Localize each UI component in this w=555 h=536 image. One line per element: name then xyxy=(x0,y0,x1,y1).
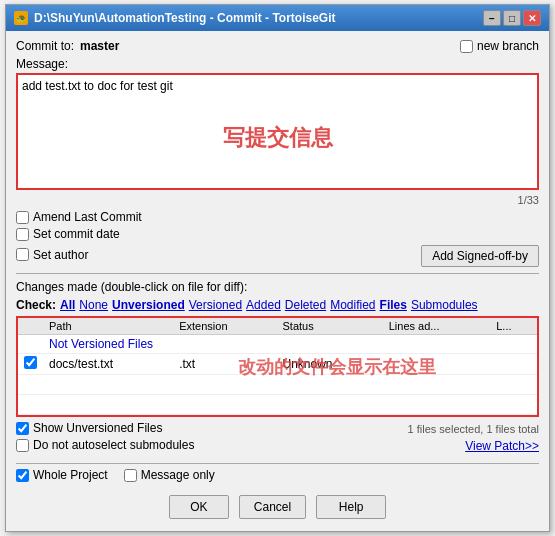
commit-to-label: Commit to: xyxy=(16,39,74,53)
file-table-wrapper: Path Extension Status Lines ad... L... N… xyxy=(16,316,539,417)
divider-1 xyxy=(16,273,539,274)
new-branch-section: new branch xyxy=(460,39,539,53)
check-label: Check: xyxy=(16,298,56,312)
content-area: Commit to: master new branch Message: ad… xyxy=(6,31,549,531)
message-only-label: Message only xyxy=(141,468,215,482)
commit-to-value: master xyxy=(80,39,119,53)
filter-submodules[interactable]: Submodules xyxy=(411,298,478,312)
filter-modified[interactable]: Modified xyxy=(330,298,375,312)
status-view-section: 1 files selected, 1 files total View Pat… xyxy=(408,423,539,457)
set-commit-date-label: Set commit date xyxy=(33,227,120,241)
set-author-row: Set author xyxy=(16,248,88,262)
table-header-row: Path Extension Status Lines ad... L... xyxy=(18,318,537,335)
amend-last-commit-checkbox[interactable] xyxy=(16,211,29,224)
bottom-checkboxes: Show Unversioned Files Do not autoselect… xyxy=(16,421,194,455)
col-extension: Extension xyxy=(173,318,276,335)
col-lines-added: Lines ad... xyxy=(383,318,490,335)
help-button[interactable]: Help xyxy=(316,495,386,519)
set-commit-date-row: Set commit date xyxy=(16,227,539,241)
empty-row-1 xyxy=(18,375,537,395)
file-table: Path Extension Status Lines ad... L... N… xyxy=(18,318,537,415)
col-lines: L... xyxy=(490,318,537,335)
title-bar: 🐢 D:\ShuYun\AutomationTesting - Commit -… xyxy=(6,5,549,31)
filter-deleted[interactable]: Deleted xyxy=(285,298,326,312)
divider-2 xyxy=(16,463,539,464)
message-only-checkbox[interactable] xyxy=(124,469,137,482)
message-area-wrapper: add test.txt to doc for test git 写提交信息 xyxy=(16,73,539,190)
window-title: D:\ShuYun\AutomationTesting - Commit - T… xyxy=(34,11,336,25)
filter-all[interactable]: All xyxy=(60,298,75,312)
set-author-label: Set author xyxy=(33,248,88,262)
file-checkbox-cell[interactable] xyxy=(18,354,43,375)
file-path: docs/test.txt xyxy=(43,354,173,375)
filter-versioned[interactable]: Versioned xyxy=(189,298,242,312)
whole-project-label: Whole Project xyxy=(33,468,108,482)
show-unversioned-label: Show Unversioned Files xyxy=(33,421,162,435)
show-unversioned-row: Show Unversioned Files xyxy=(16,421,194,435)
show-unversioned-checkbox[interactable] xyxy=(16,422,29,435)
filter-added[interactable]: Added xyxy=(246,298,281,312)
whole-project-checkbox[interactable] xyxy=(16,469,29,482)
minimize-button[interactable]: − xyxy=(483,10,501,26)
no-autoselect-checkbox[interactable] xyxy=(16,439,29,452)
close-button[interactable]: ✕ xyxy=(523,10,541,26)
changes-label: Changes made (double-click on file for d… xyxy=(16,280,539,294)
message-label: Message: xyxy=(16,57,539,71)
not-versioned-label: Not Versioned Files xyxy=(43,335,537,354)
col-status: Status xyxy=(276,318,382,335)
set-commit-date-checkbox[interactable] xyxy=(16,228,29,241)
amend-section: Amend Last Commit Set commit date xyxy=(16,210,539,241)
amend-last-commit-row: Amend Last Commit xyxy=(16,210,539,224)
title-controls: − □ ✕ xyxy=(483,10,541,26)
char-count: 1/33 xyxy=(16,194,539,206)
ok-button[interactable]: OK xyxy=(169,495,229,519)
not-versioned-group-row: Not Versioned Files xyxy=(18,335,537,354)
set-author-checkbox[interactable] xyxy=(16,248,29,261)
cancel-button[interactable]: Cancel xyxy=(239,495,306,519)
empty-row-2 xyxy=(18,395,537,415)
message-only-row: Message only xyxy=(124,468,215,482)
col-checkbox xyxy=(18,318,43,335)
whole-project-row: Whole Project xyxy=(16,468,108,482)
amend-last-commit-label: Amend Last Commit xyxy=(33,210,142,224)
no-autoselect-label: Do not autoselect submodules xyxy=(33,438,194,452)
status-text: 1 files selected, 1 files total xyxy=(408,423,539,435)
not-versioned-spacer xyxy=(18,335,43,354)
window-icon: 🐢 xyxy=(14,11,28,25)
add-signed-off-button[interactable]: Add Signed-off-by xyxy=(421,245,539,267)
view-patch-link[interactable]: View Patch>> xyxy=(465,439,539,453)
filter-files[interactable]: Files xyxy=(380,298,407,312)
main-window: 🐢 D:\ShuYun\AutomationTesting - Commit -… xyxy=(5,4,550,532)
commit-to-row: Commit to: master new branch xyxy=(16,39,539,53)
new-branch-checkbox[interactable] xyxy=(460,40,473,53)
filter-row: Check: All None Unversioned Versioned Ad… xyxy=(16,298,539,312)
file-extension: .txt xyxy=(173,354,276,375)
file-lines-added xyxy=(383,354,490,375)
bottom-buttons: OK Cancel Help xyxy=(16,489,539,523)
no-autoselect-row: Do not autoselect submodules xyxy=(16,438,194,452)
file-lines xyxy=(490,354,537,375)
filter-none[interactable]: None xyxy=(79,298,108,312)
message-textarea[interactable]: add test.txt to doc for test git xyxy=(18,75,537,185)
table-row[interactable]: docs/test.txt .txt Unknown xyxy=(18,354,537,375)
col-path: Path xyxy=(43,318,173,335)
file-checkbox[interactable] xyxy=(24,356,37,369)
maximize-button[interactable]: □ xyxy=(503,10,521,26)
filter-unversioned[interactable]: Unversioned xyxy=(112,298,185,312)
file-status: Unknown xyxy=(276,354,382,375)
new-branch-label: new branch xyxy=(477,39,539,53)
